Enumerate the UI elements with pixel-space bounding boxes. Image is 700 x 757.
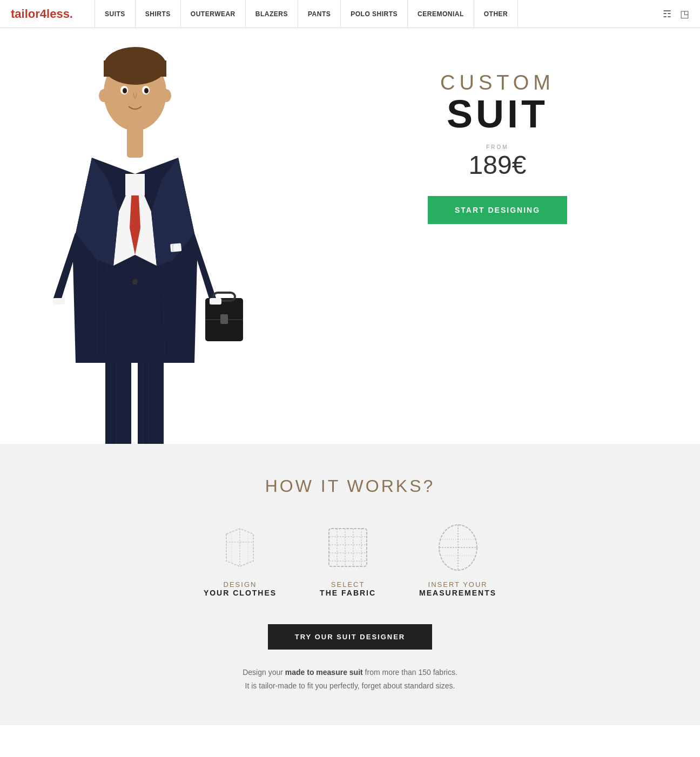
how-title: HOW IT WORKS? [11, 476, 689, 496]
svg-rect-17 [220, 314, 228, 324]
measurements-icon [434, 523, 482, 572]
step-design-top: DESIGN [224, 580, 257, 589]
model-svg [22, 28, 248, 498]
user-icon[interactable]: ☶ [663, 8, 671, 20]
logo-suffix: less. [46, 7, 73, 21]
step-measurements: INSERT YOUR MEASUREMENTS [419, 523, 496, 597]
svg-point-28 [99, 89, 109, 102]
svg-point-29 [161, 89, 171, 102]
svg-point-26 [123, 88, 127, 93]
step-design: DESIGN YOUR CLOTHES [204, 523, 277, 597]
fabric-icon [324, 523, 372, 572]
nav-ceremonial[interactable]: CEREMONIAL [408, 0, 474, 28]
svg-rect-13 [170, 243, 181, 252]
how-it-works-section: HOW IT WORKS? DESIGN YOUR CLOTHES [0, 444, 700, 725]
how-steps: DESIGN YOUR CLOTHES SELECT THE FABRIC [11, 523, 689, 597]
svg-point-12 [132, 279, 138, 285]
navbar: tailor4less. SUITS SHIRTS OUTERWEAR BLAZ… [0, 0, 700, 28]
hero-from-label: FROM [486, 144, 508, 150]
how-description: Design your made to measure suit from mo… [11, 666, 689, 693]
nav-outerwear[interactable]: OUTERWEAR [181, 0, 246, 28]
logo-text: tailor [11, 7, 40, 21]
start-designing-button[interactable]: START DESIGNING [428, 196, 567, 224]
nav-shirts[interactable]: SHIRTS [136, 0, 181, 28]
nav-polo[interactable]: POLO SHIRTS [341, 0, 408, 28]
collections-section: OUR SUIT COLLECTIONS VIEW ALL CUSTOM SUI… [0, 725, 700, 757]
step-fabric-top: SELECT [331, 580, 365, 589]
nav-blazers[interactable]: BLAZERS [246, 0, 298, 28]
how-desc-mid: from more than 150 fabrics. [365, 668, 457, 677]
nav-links: SUITS SHIRTS OUTERWEAR BLAZERS PANTS POL… [95, 0, 663, 28]
step-design-bottom: YOUR CLOTHES [204, 589, 277, 597]
hero-content: CUSTOM SUIT FROM 189€ START DESIGNING [295, 28, 700, 498]
svg-rect-19 [210, 298, 221, 305]
step-fabric: SELECT THE FABRIC [320, 523, 376, 597]
hero-model [0, 28, 270, 498]
cart-icon[interactable]: ◳ [680, 8, 689, 20]
svg-rect-23 [104, 60, 166, 77]
nav-other[interactable]: OTHER [474, 0, 519, 28]
step-fabric-bottom: THE FABRIC [320, 589, 376, 597]
nav-pants[interactable]: PANTS [298, 0, 341, 28]
step-measure-top: INSERT YOUR [428, 580, 488, 589]
hero-suit-label: SUIT [447, 94, 548, 133]
hero-custom-label: CUSTOM [440, 71, 555, 94]
how-desc-intro: Design your [243, 668, 283, 677]
nav-icons: ☶ ◳ [663, 8, 689, 20]
step-measure-bottom: MEASUREMENTS [419, 589, 496, 597]
nav-suits[interactable]: SUITS [95, 0, 136, 28]
try-designer-button[interactable]: TRY OUR SUIT DESIGNER [268, 624, 433, 650]
design-icon [216, 523, 264, 572]
svg-point-27 [144, 88, 149, 93]
how-desc-end: It is tailor-made to fit you perfectly, … [245, 681, 455, 690]
logo-highlight: 4 [40, 7, 46, 21]
how-desc-bold: made to measure suit [285, 668, 363, 677]
hero-section: CUSTOM SUIT FROM 189€ START DESIGNING [0, 28, 700, 498]
logo[interactable]: tailor4less. [11, 7, 73, 21]
hero-price: 189€ [469, 150, 527, 180]
svg-rect-11 [125, 174, 145, 195]
svg-rect-18 [53, 298, 65, 305]
